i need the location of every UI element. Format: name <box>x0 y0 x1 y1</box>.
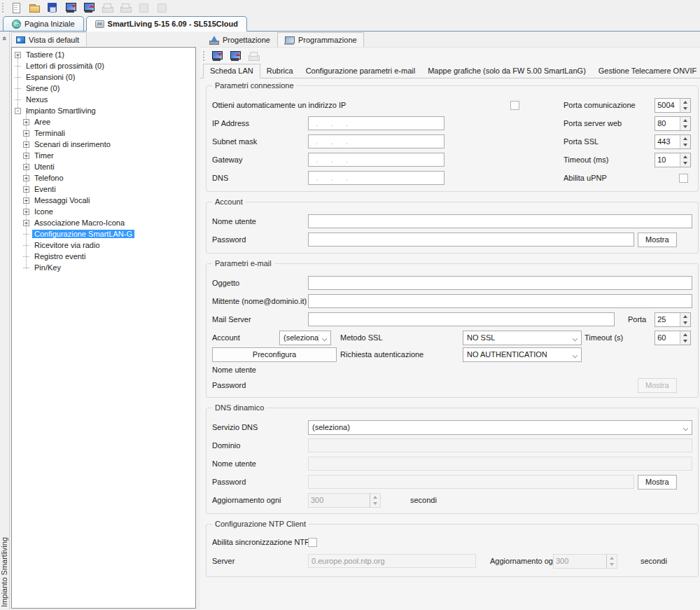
email-sender-input[interactable] <box>308 294 692 308</box>
tree-expander-icon[interactable] <box>23 242 29 249</box>
spin-buttons[interactable] <box>680 99 690 112</box>
tree-expander-icon[interactable]: + <box>23 164 29 170</box>
timeout-ms-spinner[interactable]: 10 <box>654 153 691 167</box>
tree-expander-icon[interactable] <box>15 63 21 69</box>
subnet-mask-input[interactable] <box>308 134 444 148</box>
collapse-sidebar-icon[interactable] <box>1 34 9 44</box>
tree-expander-icon[interactable]: + <box>23 186 29 193</box>
save-icon[interactable] <box>46 1 59 14</box>
write-to-panel-icon[interactable] <box>83 1 95 14</box>
tab-programmazione[interactable]: Programmazione <box>277 32 364 47</box>
tree-expander-icon[interactable] <box>23 265 29 271</box>
tree-expander-icon[interactable]: + <box>23 197 29 204</box>
email-timeout-spinner[interactable]: 60 <box>654 331 691 345</box>
group-title: Account <box>212 197 246 206</box>
subtab[interactable]: Rubrica <box>260 64 300 78</box>
dns-input[interactable] <box>308 171 444 185</box>
upnp-checkbox[interactable] <box>679 174 688 183</box>
ntp-enable-checkbox[interactable] <box>308 538 317 547</box>
tab-pagina-iniziale[interactable]: Pagina Iniziale <box>3 16 84 31</box>
tree-item[interactable]: + Timer <box>12 150 195 161</box>
new-document-icon[interactable] <box>10 1 22 14</box>
read-from-panel-icon[interactable] <box>211 50 223 62</box>
auth-request-select[interactable]: NO AUTHENTICATION <box>463 347 582 362</box>
tree-expander-icon[interactable] <box>15 85 21 92</box>
print-icon[interactable] <box>101 1 113 14</box>
view-tab-default[interactable]: Vista di default <box>11 32 87 46</box>
tree-item[interactable]: Nexus <box>12 94 195 105</box>
tree-item[interactable]: + Associazione Macro-Icona <box>12 217 195 228</box>
tree-item[interactable]: + Messaggi Vocali <box>12 195 195 206</box>
read-from-panel-icon[interactable] <box>64 1 77 14</box>
vertical-tab-label[interactable]: Impianto Smartliving <box>0 537 8 607</box>
dns-service-select[interactable]: (seleziona) <box>308 420 692 435</box>
tool-2-icon[interactable] <box>155 1 168 14</box>
tree-expander-icon[interactable] <box>15 74 21 81</box>
print-preview-icon[interactable] <box>119 1 132 14</box>
tree-item[interactable]: Pin/Key <box>12 262 195 273</box>
tree-item[interactable]: + Terminali <box>12 127 195 139</box>
write-to-panel-icon[interactable] <box>229 50 241 62</box>
preconfigure-button[interactable]: Preconfigura <box>212 347 337 362</box>
tree-expander-icon[interactable]: + <box>23 220 29 226</box>
email-port-spinner[interactable]: 25 <box>654 312 691 327</box>
tree-expander-icon[interactable]: + <box>23 209 29 215</box>
ssl-method-select[interactable]: NO SSL <box>463 331 582 345</box>
toolbar-grip[interactable] <box>1 2 5 13</box>
print-icon[interactable] <box>247 50 260 62</box>
ip-address-input[interactable] <box>308 116 444 130</box>
tree-item-label: Telefono <box>32 174 66 182</box>
subtab[interactable]: Configurazione parametri e-mail <box>300 64 422 78</box>
tree-item[interactable]: Espansioni (0) <box>12 71 195 83</box>
subtab[interactable]: Scheda LAN <box>203 64 260 78</box>
tree-expander-icon[interactable] <box>23 254 29 260</box>
tool-icon[interactable] <box>137 1 150 14</box>
tree-item[interactable]: Lettori di prossimità (0) <box>12 60 195 71</box>
tree-expander-icon[interactable] <box>23 231 29 237</box>
tree-item[interactable]: Sirene (0) <box>12 83 195 94</box>
account-password-input[interactable] <box>308 233 634 247</box>
email-subject-input[interactable] <box>308 276 692 290</box>
subtab-label: Configurazione parametri e-mail <box>306 67 416 75</box>
tree-expander-icon[interactable]: + <box>23 175 29 181</box>
tree-expander-icon[interactable]: + <box>23 153 29 159</box>
tree-item[interactable]: + Utenti <box>12 161 195 172</box>
toolbar-grip[interactable] <box>202 50 206 62</box>
porta-ssl-spinner[interactable]: 443 <box>654 134 691 149</box>
mail-server-input[interactable] <box>308 312 615 326</box>
dhcp-checkbox[interactable] <box>510 101 519 110</box>
tree-item[interactable]: Ricevitore via radio <box>12 240 195 251</box>
tree-expander-icon[interactable]: + <box>23 130 29 137</box>
tree-item[interactable]: + Scenari di inserimento <box>12 139 195 150</box>
email-account-select[interactable]: (seleziona) <box>279 331 331 345</box>
open-folder-icon[interactable] <box>28 1 41 14</box>
spin-buttons[interactable] <box>680 117 690 130</box>
tree-item[interactable]: - Impianto Smartliving <box>12 105 195 116</box>
tree-item[interactable]: + Telefono <box>12 172 195 183</box>
tab-smartliving-project[interactable]: SmartLiving 5-15 6.09 - SL515Cloud <box>86 16 247 32</box>
tree-item[interactable]: + Eventi <box>12 183 195 195</box>
tab-progettazione[interactable]: Progettazione <box>202 32 277 47</box>
spin-buttons[interactable] <box>680 331 690 345</box>
tree-item[interactable]: + Aree <box>12 116 195 127</box>
subtab[interactable]: Mappe grafiche (solo da FW 5.00 SmartLan… <box>421 64 592 78</box>
tree-expander-icon[interactable] <box>15 97 21 103</box>
porta-comunicazione-spinner[interactable]: 5004 <box>654 98 691 113</box>
subtab[interactable]: Gestione Telecamere ONVIF <box>592 64 700 78</box>
porta-server-web-spinner[interactable]: 80 <box>654 116 691 131</box>
tree-expander-icon[interactable]: - <box>15 108 21 114</box>
tree-expander-icon[interactable]: + <box>23 119 29 125</box>
spin-buttons[interactable] <box>680 135 690 148</box>
tree-item[interactable]: Registro eventi <box>12 251 195 262</box>
tree-expander-icon[interactable]: + <box>23 141 29 148</box>
gateway-input[interactable] <box>308 153 444 167</box>
account-username-input[interactable] <box>308 214 692 228</box>
tree-item[interactable]: + Tastiere (1) <box>12 49 195 60</box>
spin-buttons[interactable] <box>680 313 690 326</box>
account-show-password-button[interactable]: Mostra <box>638 233 677 247</box>
tree-expander-icon[interactable]: + <box>15 52 21 58</box>
tree-item[interactable]: Configurazione SmartLAN-G <box>12 228 195 240</box>
ddns-show-password-button[interactable]: Mostra <box>638 475 677 490</box>
tree-item[interactable]: + Icone <box>12 206 195 217</box>
spin-buttons[interactable] <box>680 153 690 167</box>
